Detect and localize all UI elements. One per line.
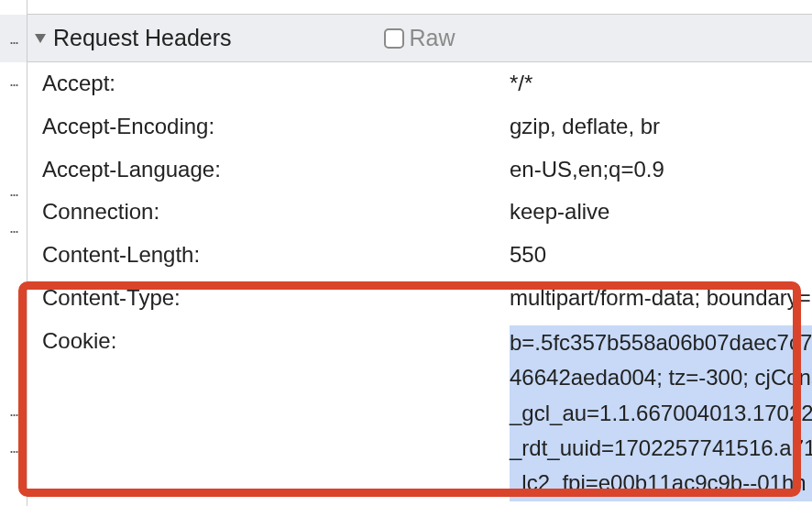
- header-value: */*: [510, 68, 532, 100]
- header-name: Accept:: [42, 68, 510, 100]
- request-list-gutter: ... ... ... ... ... ...: [0, 0, 27, 506]
- blank-spacer: [27, 0, 812, 15]
- header-row: Accept-Language: en-US,en;q=0.9: [42, 148, 812, 192]
- gutter-cell: [0, 319, 27, 356]
- header-name: Accept-Language:: [42, 154, 510, 186]
- cookie-line: b=.5fc357b558a06b07daec7c7: [510, 325, 812, 360]
- gutter-cell: ...: [0, 209, 27, 246]
- headers-panel: Request Headers Raw Accept: */* Accept-E…: [27, 0, 812, 506]
- header-name: Content-Type:: [42, 282, 510, 314]
- request-headers-section[interactable]: Request Headers Raw: [27, 15, 812, 62]
- header-row: Connection: keep-alive: [42, 191, 812, 234]
- section-title: Request Headers: [53, 25, 232, 51]
- gutter-cell: [0, 282, 27, 319]
- gutter-cell: ...: [0, 172, 27, 209]
- header-value: gzip, deflate, br: [510, 111, 660, 143]
- gutter-cell: [0, 466, 27, 502]
- header-row: Content-Length: 550: [42, 234, 812, 277]
- gutter-cell: ...: [0, 429, 27, 466]
- header-name: Connection:: [42, 196, 510, 228]
- cookie-line: 46642aeda004; tz=-300; cjCons: [510, 360, 812, 395]
- disclosure-triangle-icon[interactable]: [35, 34, 46, 43]
- gutter-cell: [0, 99, 27, 136]
- header-value: multipart/form-data; boundary=: [510, 282, 811, 314]
- header-name: Cookie:: [42, 325, 510, 358]
- raw-checkbox[interactable]: [384, 28, 404, 49]
- header-name: Content-Length:: [42, 239, 510, 271]
- raw-label: Raw: [410, 25, 455, 51]
- gutter-cell: ...: [0, 392, 27, 429]
- header-row: Accept-Encoding: gzip, deflate, br: [42, 105, 812, 148]
- gutter-cell: [0, 246, 27, 282]
- header-row-cookie: Cookie: b=.5fc357b558a06b07daec7c7 46642…: [42, 320, 812, 506]
- header-name: Accept-Encoding:: [42, 111, 510, 143]
- header-row: Content-Type: multipart/form-data; bound…: [42, 277, 812, 320]
- headers-list: Accept: */* Accept-Encoding: gzip, defla…: [27, 62, 812, 506]
- gutter-cell: [0, 356, 27, 392]
- cookie-value[interactable]: b=.5fc357b558a06b07daec7c7 46642aeda004;…: [510, 325, 812, 501]
- header-value: en-US,en;q=0.9: [510, 154, 664, 186]
- gutter-cell: ...: [0, 62, 27, 99]
- header-value: keep-alive: [510, 196, 609, 228]
- gutter-cell-header: ...: [0, 15, 27, 62]
- cookie-line: _lc2_fpi=e00b11ac9c9b--01hh: [510, 466, 812, 500]
- gutter-cell: [0, 0, 27, 15]
- gutter-cell: [0, 136, 27, 172]
- header-row: Accept: */*: [42, 62, 812, 105]
- cookie-line: _rdt_uuid=1702257741516.a712: [510, 431, 812, 466]
- raw-toggle[interactable]: Raw: [384, 25, 455, 51]
- header-value: 550: [510, 239, 546, 271]
- cookie-line: _gcl_au=1.1.667004013.170225: [510, 396, 812, 431]
